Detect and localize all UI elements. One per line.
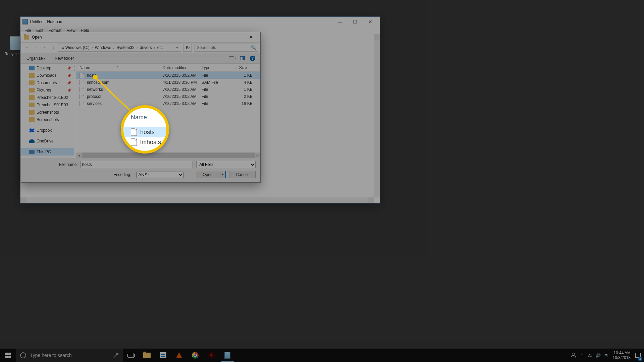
dialog-nav-bar: ← → ▾ ↑ « Windows (C:)› Windows› System3… <box>21 42 260 53</box>
refresh-button[interactable]: ↻ <box>183 44 192 52</box>
breadcrumb-item[interactable]: System32 <box>116 45 135 50</box>
list-icon <box>229 56 234 60</box>
folder-icon <box>29 95 35 100</box>
file-row[interactable]: networks7/10/2015 3:02 AMFile1 KB <box>76 86 260 93</box>
file-date: 7/10/2015 3:02 AM <box>159 101 198 106</box>
organize-menu[interactable]: Organize <box>24 55 47 62</box>
pin-icon: 📌 <box>67 81 71 85</box>
dialog-toolbar: Organize New folder ▾ ? <box>21 53 260 64</box>
breadcrumb-item[interactable]: Windows <box>94 45 112 50</box>
folder-icon <box>29 80 35 85</box>
maximize-button[interactable]: ☐ <box>347 17 363 27</box>
vertical-scrollbar[interactable] <box>374 34 380 197</box>
column-date[interactable]: Date modified <box>159 65 198 70</box>
sidebar-item[interactable]: Dropbox <box>21 127 74 134</box>
sidebar-item-label: Dropbox <box>37 128 52 133</box>
horizontal-scrollbar[interactable] <box>20 197 374 203</box>
file-date: 4/11/2018 3:36 PM <box>159 80 198 85</box>
file-icon <box>79 73 84 78</box>
sidebar-item-label: Screenshots <box>37 110 59 115</box>
file-type-filter[interactable]: All Files <box>196 161 256 168</box>
start-button[interactable] <box>0 349 16 362</box>
help-button[interactable]: ? <box>248 55 257 62</box>
taskbar-chrome[interactable] <box>187 349 203 362</box>
navigation-sidebar: Desktop📌Downloads📌Documents📌Pictures📌Pre… <box>21 64 74 158</box>
encoding-select[interactable]: ANSI <box>137 172 183 178</box>
open-button[interactable]: Open ▼ <box>195 171 225 178</box>
minimize-button[interactable]: — <box>332 17 347 27</box>
taskbar-vlc[interactable] <box>171 349 187 362</box>
system-tray: ˄ ⁂ 🔊 ⧈ 10:44 AM 10/3/2018 4 <box>570 349 644 362</box>
file-date: 7/10/2015 3:02 AM <box>159 73 198 78</box>
dialog-titlebar[interactable]: Open ✕ <box>21 32 260 42</box>
file-name-input[interactable] <box>80 161 193 168</box>
view-options-button[interactable]: ▾ <box>228 55 237 62</box>
dialog-close-button[interactable]: ✕ <box>244 32 258 42</box>
breadcrumb-item[interactable]: Windows (C:) <box>65 45 90 50</box>
nav-forward-button[interactable]: → <box>32 44 40 52</box>
sidebar-item[interactable]: Documents📌 <box>21 79 74 86</box>
breadcrumb-item[interactable]: etc <box>157 45 163 50</box>
search-placeholder: Search etc <box>197 45 216 50</box>
sidebar-item[interactable]: Screenshots <box>21 109 74 116</box>
search-placeholder: Type here to search <box>30 353 72 358</box>
sidebar-item[interactable]: OneDrive <box>21 137 74 145</box>
sidebar-item[interactable]: Desktop📌 <box>21 64 74 72</box>
scroll-left-icon[interactable]: ◂ <box>76 153 82 158</box>
taskbar-search[interactable]: Type here to search 🎤 <box>16 349 123 362</box>
file-date: 7/10/2015 3:02 AM <box>159 87 198 92</box>
new-folder-button[interactable]: New folder <box>52 55 76 62</box>
scroll-right-icon[interactable]: ▸ <box>255 153 260 158</box>
volume-icon[interactable]: 🔊 <box>594 349 602 362</box>
windows-logo-icon <box>5 353 11 358</box>
file-type: SAM File <box>198 80 236 85</box>
pin-icon: 📌 <box>67 66 71 70</box>
file-size: 18 KB <box>236 101 256 106</box>
file-size: 4 KB <box>236 80 256 85</box>
close-button[interactable]: ✕ <box>363 17 378 27</box>
open-dropdown-icon[interactable]: ▼ <box>220 171 225 178</box>
cancel-button[interactable]: Cancel <box>229 171 256 178</box>
sidebar-item[interactable]: Screenshots <box>21 116 74 123</box>
task-view-button[interactable] <box>123 349 139 362</box>
sidebar-item[interactable]: Preacher.S01E03 <box>21 101 74 109</box>
taskbar-clock[interactable]: 10:44 AM 10/3/2018 <box>610 351 633 360</box>
people-button[interactable] <box>570 349 578 362</box>
column-name[interactable]: ▴Name <box>76 65 159 70</box>
horizontal-scrollbar[interactable]: ◂ ▸ <box>76 153 260 158</box>
file-icon <box>79 80 84 85</box>
network-icon[interactable]: ⁂ <box>586 349 594 362</box>
action-center-button[interactable]: 4 <box>633 349 643 362</box>
file-type: File <box>198 101 236 106</box>
taskbar-store[interactable] <box>155 349 171 362</box>
sidebar-item[interactable]: This PC <box>21 148 74 156</box>
file-name: hosts <box>87 73 97 78</box>
sidebar-item[interactable]: Pictures📌 <box>21 86 74 94</box>
search-input[interactable]: Search etc 🔍 <box>195 44 258 52</box>
file-row[interactable]: protocol7/10/2015 3:02 AMFile2 KB <box>76 93 260 100</box>
column-type[interactable]: Type <box>198 65 236 70</box>
nav-up-button[interactable]: ↑ <box>49 44 57 52</box>
sidebar-item[interactable]: Preacher.S01E02 <box>21 94 74 101</box>
sidebar-item-label: Preacher.S01E03 <box>37 103 68 107</box>
nav-back-button[interactable]: ← <box>23 44 31 52</box>
dropbox-tray-icon[interactable]: ⧈ <box>602 349 610 362</box>
taskbar-notepad[interactable] <box>219 349 235 362</box>
breadcrumb[interactable]: « Windows (C:)› Windows› System32› drive… <box>58 44 181 52</box>
column-size[interactable]: Size <box>236 65 260 70</box>
sidebar-item[interactable]: Downloads📌 <box>21 72 74 79</box>
tray-overflow[interactable]: ˄ <box>578 349 586 362</box>
file-row[interactable]: hosts7/10/2015 3:02 AMFile1 KB <box>76 72 260 79</box>
taskbar-file-explorer[interactable] <box>139 349 155 362</box>
microphone-icon[interactable]: 🎤 <box>113 353 119 358</box>
clock-time: 10:44 AM <box>613 351 631 355</box>
file-name: protocol <box>87 94 101 99</box>
preview-pane-button[interactable] <box>238 55 247 62</box>
file-row[interactable]: lmhosts.sam4/11/2018 3:36 PMSAM File4 KB <box>76 79 260 86</box>
breadcrumb-item[interactable]: drivers <box>139 45 153 50</box>
notepad-titlebar[interactable]: Untitled - Notepad — ☐ ✕ <box>20 17 380 27</box>
pin-icon: 📌 <box>67 74 71 77</box>
file-row[interactable]: services7/10/2015 3:02 AMFile18 KB <box>76 100 260 107</box>
nav-recent-dropdown[interactable]: ▾ <box>41 44 49 52</box>
taskbar-app-red[interactable]: ✶ <box>203 349 219 362</box>
